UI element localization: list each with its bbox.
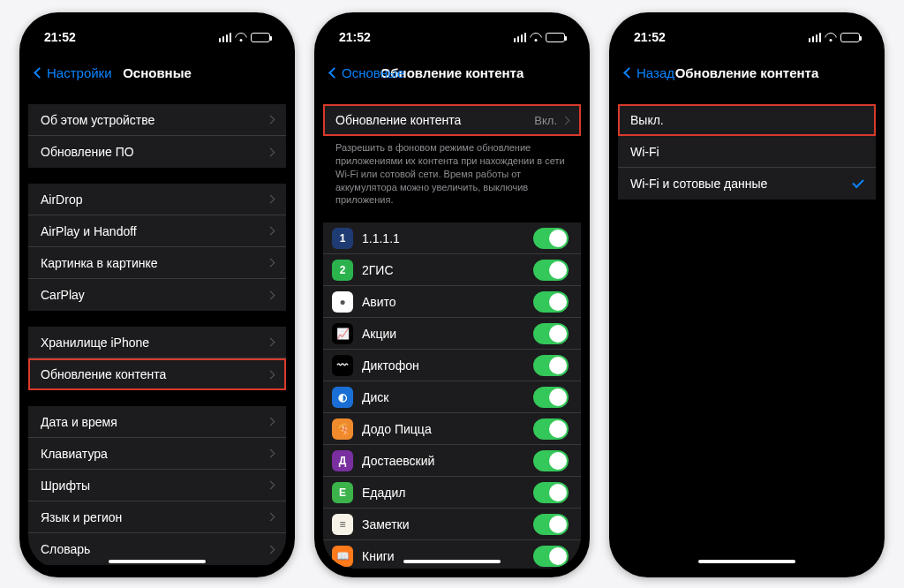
settings-row[interactable]: Хранилище iPhone [28,327,286,358]
back-label: Основные [342,65,404,80]
back-button[interactable]: Настройки [35,65,112,80]
cellular-icon [219,33,232,42]
settings-row[interactable]: CarPlay [28,279,286,311]
option-row[interactable]: Wi-Fi [618,136,876,168]
battery-icon [546,33,565,42]
settings-row[interactable]: Шрифты [28,470,286,501]
app-row: ДДостаевский [323,445,581,477]
option-label: Wi-Fi и сотовые данные [630,177,853,191]
chevron-right-icon [267,370,275,379]
settings-group: Дата и времяКлавиатураШрифтыЯзык и регио… [28,406,286,565]
app-icon: 🍕 [332,418,353,440]
row-label: Об этом устройстве [41,113,267,127]
row-label: Клавиатура [41,447,267,461]
app-label: Достаевский [362,454,524,468]
toggle-switch[interactable] [533,546,569,567]
row-label: Обновление контента [41,367,267,381]
option-row[interactable]: Выкл. [618,104,876,136]
clock: 21:52 [339,30,371,44]
app-icon: 1 [332,228,353,249]
chevron-right-icon [267,259,275,268]
back-button[interactable]: Назад [625,65,674,80]
app-icon: 📈 [332,323,353,344]
toggle-switch[interactable] [533,323,569,344]
app-row: 📈Акции [323,318,581,350]
row-label: Дата и время [41,415,267,429]
app-label: Додо Пицца [362,422,524,436]
battery-icon [251,33,270,42]
app-label: Диск [362,390,524,404]
settings-group: Об этом устройствеОбновление ПО [28,104,286,168]
chevron-right-icon [267,513,275,522]
row-label: Шрифты [41,479,267,493]
wifi-icon [530,33,542,41]
background-refresh-row[interactable]: Обновление контента Вкл. [323,104,581,136]
home-indicator[interactable] [109,560,206,563]
toggle-switch[interactable] [533,291,569,313]
phone-mockup-2: 21:52 Основные Обновление контента Обнов… [314,12,590,577]
toggle-switch[interactable] [533,228,569,249]
settings-row[interactable]: Обновление контента [28,358,286,390]
row-label: Язык и регион [41,510,267,524]
status-icons [219,33,271,42]
back-label: Назад [637,65,674,80]
chevron-left-icon [623,67,635,79]
settings-content[interactable]: Выкл.Wi-FiWi-Fi и сотовые данные [618,92,876,569]
row-label: Обновление ПО [41,145,267,159]
app-label: 2ГИС [362,263,524,277]
app-icon: Д [332,450,353,471]
nav-bar: Настройки Основные [28,53,286,92]
wifi-icon [825,33,837,41]
app-icon: ◐ [332,387,353,408]
app-label: Акции [362,327,524,341]
app-row: ЕЕдадил [323,477,581,509]
row-label: CarPlay [41,288,267,302]
options-group: Выкл.Wi-FiWi-Fi и сотовые данные [618,104,876,200]
chevron-left-icon [328,67,340,79]
toggle-switch[interactable] [533,355,569,376]
chevron-right-icon [267,481,275,490]
phone-mockup-1: 21:52 Настройки Основные Об этом устройс… [19,12,295,577]
app-label: Едадил [362,486,524,500]
toggle-switch[interactable] [533,387,569,408]
screen: 21:52 Настройки Основные Об этом устройс… [28,21,286,569]
toggle-switch[interactable] [533,450,569,471]
app-label: 1.1.1.1 [362,231,524,245]
wifi-icon [235,33,247,41]
app-row: 11.1.1.1 [323,222,581,254]
app-row: ≡Заметки [323,509,581,540]
settings-content[interactable]: Об этом устройствеОбновление ПО AirDropA… [28,92,286,569]
toggle-switch[interactable] [533,418,569,440]
settings-row[interactable]: Язык и регион [28,501,286,533]
clock: 21:52 [44,30,76,44]
home-indicator[interactable] [698,560,795,563]
app-icon: 📖 [332,546,353,567]
chevron-right-icon [267,195,275,204]
option-label: Wi-Fi [630,145,863,159]
settings-row[interactable]: Картинка в картинке [28,247,286,279]
toggle-switch[interactable] [533,260,569,281]
settings-row[interactable]: Об этом устройстве [28,104,286,136]
chevron-right-icon [267,449,275,458]
clock: 21:52 [634,30,666,44]
option-row[interactable]: Wi-Fi и сотовые данные [618,168,876,200]
chevron-right-icon [267,227,275,236]
phone-mockup-3: 21:52 Назад Обновление контента Выкл.Wi-… [609,12,885,577]
home-indicator[interactable] [403,560,501,563]
app-icon: ≡ [332,514,353,535]
settings-group: Обновление контента Вкл. [323,104,581,136]
settings-row[interactable]: Обновление ПО [28,136,286,168]
toggle-switch[interactable] [533,482,569,503]
row-label: AirDrop [41,192,267,207]
settings-content[interactable]: Обновление контента Вкл. Разрешить в фон… [323,92,581,569]
toggle-switch[interactable] [533,514,569,535]
cellular-icon [809,33,822,42]
settings-row[interactable]: Клавиатура [28,438,286,470]
settings-row[interactable]: AirDrop [28,184,286,215]
row-label: Словарь [41,542,267,556]
app-label: Диктофон [362,358,524,373]
settings-row[interactable]: AirPlay и Handoff [28,215,286,247]
settings-row[interactable]: Дата и время [28,406,286,438]
back-button[interactable]: Основные [330,65,404,80]
app-row: 📖Книги [323,540,581,569]
